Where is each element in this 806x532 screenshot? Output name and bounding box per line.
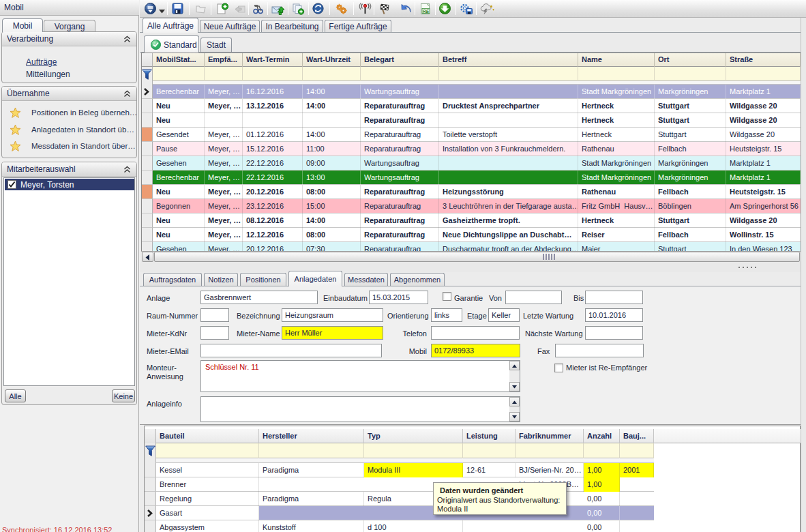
svg-text:RE: RE xyxy=(423,9,430,14)
